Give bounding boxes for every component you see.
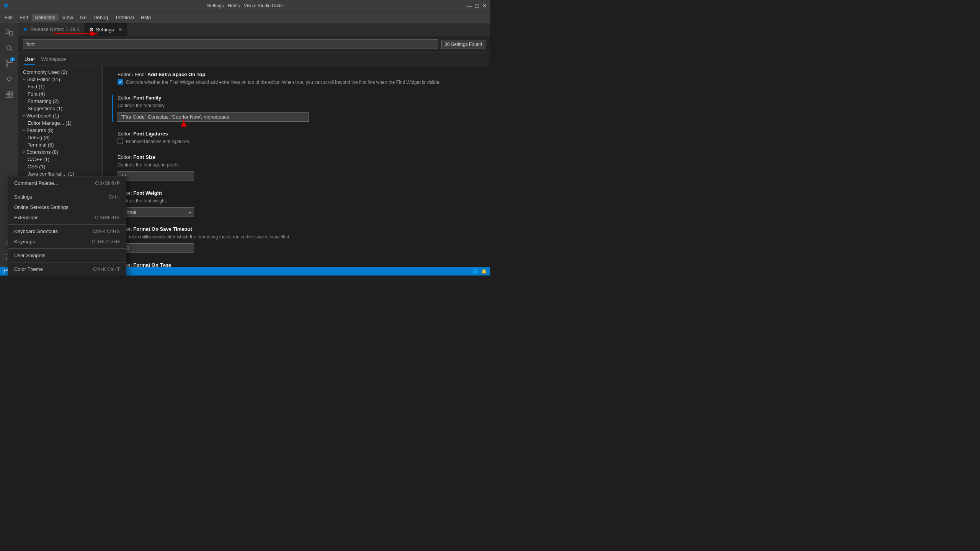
sidebar-workbench[interactable]: ▾Workbench (1) — [18, 112, 102, 119]
context-menu-settings[interactable]: Settings Ctrl+, — [8, 192, 126, 202]
user-snippets-label: User Snippets — [14, 253, 46, 258]
menu-bar: File Edit Selection View Go Debug Termin… — [0, 11, 490, 23]
sidebar-font[interactable]: Font (4) — [18, 90, 102, 98]
settings-tab-icon: ⚙ — [89, 27, 94, 33]
sidebar-commonly-used[interactable]: Commonly Used (2) — [18, 68, 102, 76]
extensions-arrow: ▾ — [23, 150, 25, 154]
search-count: 30 Settings Found — [441, 40, 485, 49]
minimize-button[interactable]: — — [467, 3, 472, 8]
setting-font-size-title: Editor: Font Size — [118, 154, 481, 160]
sidebar-text-editor[interactable]: ▾Text Editor (11) — [18, 76, 102, 83]
menu-edit[interactable]: Edit — [16, 14, 31, 21]
keyboard-shortcuts-label: Keyboard Shortcuts — [14, 228, 58, 234]
svg-line-3 — [10, 49, 12, 51]
activity-source-control[interactable]: 2 — [2, 57, 16, 70]
extensions-shortcut: Ctrl+Shift+X — [95, 215, 120, 220]
svg-rect-14 — [6, 91, 8, 94]
context-menu-online-services[interactable]: Online Services Settings — [8, 202, 126, 212]
source-control-badge: 2 — [10, 57, 15, 61]
activity-explorer[interactable] — [2, 26, 16, 40]
setting-font-weight-desc: Controls the font weight. — [118, 197, 481, 204]
activity-extensions[interactable] — [2, 87, 16, 101]
format-on-save-timeout-input[interactable] — [118, 243, 194, 253]
status-globe[interactable]: 🌐 — [472, 269, 478, 274]
tab-user[interactable]: User — [24, 55, 35, 65]
font-weight-select-wrapper: normal bold 100200300 400500600 70080090… — [118, 207, 194, 217]
status-right: 🌐 🔔 — [472, 269, 487, 274]
tab-workspace[interactable]: Workspace — [41, 55, 66, 65]
sidebar-suggestions[interactable]: Suggestions (1) — [18, 105, 102, 112]
tab-settings-label: Settings — [96, 27, 114, 33]
sidebar-terminal[interactable]: Terminal (5) — [18, 141, 102, 148]
setting-font-family-title: Editor: Font Family — [118, 95, 481, 101]
sidebar-editor-manage[interactable]: Editor Manage... (1) — [18, 119, 102, 127]
search-input[interactable] — [23, 39, 438, 49]
keymaps-label: Keymaps — [14, 239, 35, 245]
svg-point-9 — [7, 77, 11, 80]
context-menu-user-snippets[interactable]: User Snippets — [8, 250, 126, 261]
menu-help[interactable]: Help — [138, 14, 154, 21]
setting-find-checkbox[interactable] — [118, 79, 123, 85]
setting-font-weight: Editor: Font Weight Controls the font we… — [112, 190, 481, 217]
svg-point-21 — [4, 269, 5, 271]
setting-font-ligatures-title: Editor: Font Ligatures — [118, 131, 481, 137]
font-weight-select[interactable]: normal bold 100200300 400500600 70080090… — [118, 207, 194, 217]
activity-debug[interactable] — [2, 72, 16, 86]
svg-point-5 — [6, 60, 8, 63]
sidebar-find[interactable]: Find (1) — [18, 83, 102, 90]
sidebar-extensions[interactable]: ▾Extensions (8) — [18, 148, 102, 156]
sidebar-cpp[interactable]: C/C++ (1) — [18, 156, 102, 163]
setting-font-size-desc: Controls the font size in pixels. — [118, 161, 481, 168]
svg-point-2 — [7, 46, 11, 50]
setting-font-weight-title: Editor: Font Weight — [118, 190, 481, 196]
color-theme-label: Color Theme — [14, 266, 43, 272]
context-menu-command-palette[interactable]: Command Palette... Ctrl+Shift+P — [8, 178, 126, 188]
maximize-button[interactable]: □ — [475, 3, 479, 8]
vscode-logo: ❖ — [3, 2, 9, 10]
menu-view[interactable]: View — [59, 14, 76, 21]
tab-settings[interactable]: ⚙ Settings ✕ — [85, 23, 127, 36]
settings-label: Settings — [14, 194, 32, 200]
close-button[interactable]: ✕ — [482, 3, 487, 8]
svg-point-4 — [6, 65, 8, 67]
sidebar-debug[interactable]: Debug (3) — [18, 134, 102, 141]
context-menu-keyboard-shortcuts[interactable]: Keyboard Shortcuts Ctrl+K Ctrl+S — [8, 226, 126, 236]
window-title: Settings - Notes - Visual Studio Code — [207, 3, 283, 8]
context-menu-file-icon-theme[interactable]: File Icon Theme — [8, 274, 126, 276]
font-family-input[interactable] — [118, 112, 309, 122]
menu-go[interactable]: Go — [77, 14, 90, 21]
context-menu-color-theme[interactable]: Color Theme Ctrl+K Ctrl+T — [8, 264, 126, 274]
tab-release-notes-label: Release Notes: 1.39.1 — [30, 26, 80, 32]
setting-ligatures-checkbox-row: Enables/Disables font ligatures. — [118, 138, 481, 145]
vscode-tab-icon: ❖ — [23, 26, 28, 33]
online-services-label: Online Services Settings — [14, 204, 69, 210]
setting-find-extra-space: Editor › Find: Add Extra Space On Top Co… — [112, 72, 481, 86]
context-menu-keymaps[interactable]: Keymaps Ctrl+K Ctrl+M — [8, 236, 126, 247]
setting-ligatures-checkbox[interactable] — [118, 139, 123, 144]
sidebar-formatting[interactable]: Formatting (2) — [18, 98, 102, 105]
sidebar-features[interactable]: ▾Features (8) — [18, 127, 102, 134]
text-editor-arrow: ▾ — [23, 77, 25, 82]
setting-format-save-title: Editor: Format On Save Timeout — [118, 226, 481, 232]
context-menu-extensions[interactable]: Extensions Ctrl+Shift+X — [8, 212, 126, 223]
tab-release-notes[interactable]: ❖ Release Notes: 1.39.1 — [18, 23, 85, 36]
setting-format-on-save-timeout: Editor: Format On Save Timeout Timeout i… — [112, 226, 481, 253]
svg-rect-17 — [9, 95, 12, 97]
svg-rect-15 — [9, 91, 12, 94]
svg-rect-0 — [6, 30, 9, 34]
tab-bar: ❖ Release Notes: 1.39.1 ⚙ Settings ✕ — [18, 23, 490, 36]
tab-settings-close[interactable]: ✕ — [118, 26, 122, 33]
menu-selection[interactable]: Selection — [32, 14, 58, 21]
context-menu-divider-1 — [8, 190, 126, 190]
font-size-input[interactable] — [118, 171, 194, 181]
setting-font-family: Editor: Font Family Controls the font fa… — [112, 95, 481, 122]
menu-terminal[interactable]: Terminal — [112, 14, 137, 21]
setting-format-on-type: Editor: Format On Type Controls whether … — [112, 262, 481, 267]
menu-file[interactable]: File — [2, 14, 16, 21]
sidebar-css[interactable]: CSS (1) — [18, 163, 102, 170]
activity-search[interactable] — [2, 41, 16, 55]
setting-ligatures-desc: Enables/Disables font ligatures. — [126, 138, 190, 145]
menu-debug[interactable]: Debug — [90, 14, 111, 21]
svg-point-20 — [4, 272, 5, 274]
status-bell[interactable]: 🔔 — [481, 269, 487, 274]
